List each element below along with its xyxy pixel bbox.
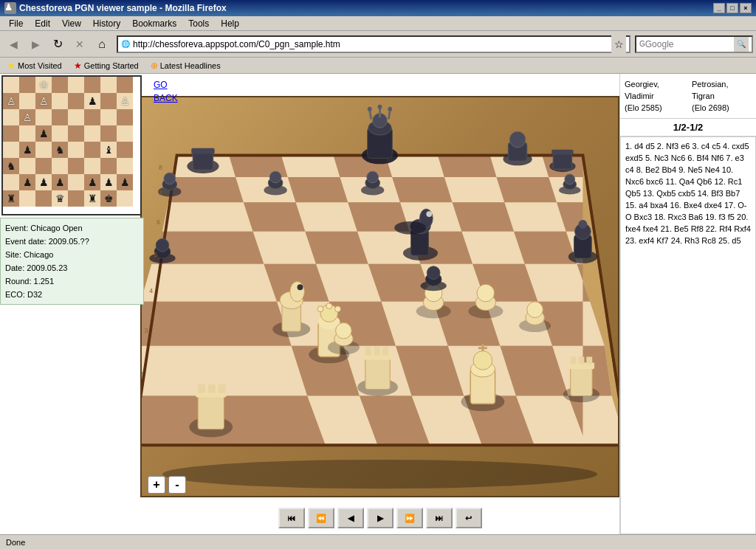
prev-button[interactable]: ◀ [337, 508, 364, 528]
go-link[interactable]: GO [154, 78, 178, 92]
svg-point-158 [156, 238, 169, 252]
mini-cell: ♚ [100, 190, 117, 207]
bookmark-latest-headlines[interactable]: ⊕ Latest Headlines [148, 59, 224, 72]
back-button[interactable]: ◀ [3, 34, 24, 55]
bookmark-star-button[interactable]: ☆ [611, 35, 626, 53]
game-info: Event: Chicago Open Event date: 2009.05.… [0, 218, 144, 305]
svg-rect-126 [208, 384, 216, 393]
mini-cell [35, 109, 52, 125]
zoom-controls: + - [148, 476, 186, 494]
menu-bookmarks[interactable]: Bookmarks [126, 17, 182, 30]
bookmark-getting-started[interactable]: ★ Getting Started [71, 59, 142, 72]
mini-board: ♔♙♙♟♙♙♟♟♞♝♞♟♟♟♟♟♟♜♛♜♚ [1, 75, 142, 215]
mini-cell: ♟ [84, 174, 100, 190]
svg-marker-18 [162, 202, 253, 231]
stop-button[interactable]: ✕ [69, 34, 90, 55]
mini-cell [100, 93, 117, 109]
svg-point-116 [335, 306, 341, 312]
back-link[interactable]: BACK [154, 92, 178, 105]
mini-cell [117, 158, 133, 174]
mini-cell [117, 190, 133, 207]
svg-point-136 [336, 322, 352, 339]
svg-line-93 [388, 111, 390, 120]
mini-cell [3, 77, 19, 93]
mini-cell [117, 109, 133, 125]
mini-cell: ♝ [100, 142, 117, 158]
svg-marker-27 [253, 232, 316, 264]
svg-marker-12 [288, 177, 348, 202]
next-button[interactable]: ▶ [367, 508, 394, 528]
svg-rect-141 [571, 367, 592, 396]
mini-cell [84, 77, 100, 93]
mini-cell: ♞ [52, 142, 68, 158]
nav-links: GO BACK [148, 75, 184, 108]
mini-cell [35, 158, 52, 174]
player1-name: Georgiev, [625, 78, 684, 90]
mini-cell [68, 142, 84, 158]
svg-point-0 [162, 460, 597, 488]
home-button[interactable]: ⌂ [92, 34, 112, 55]
moves-text: 1. d4 d5 2. Nf3 e6 3. c4 c5 4. cxd5 exd5… [625, 140, 751, 246]
reload-button[interactable]: ↻ [47, 34, 68, 55]
svg-point-97 [509, 131, 526, 148]
zoom-out-button[interactable]: - [168, 476, 186, 494]
bookmarks-bar: ★ Most Visited ★ Getting Started ⊕ Lates… [0, 58, 756, 74]
mini-cell: ♞ [3, 158, 19, 174]
chess-board-svg: 8 7 6 5 4 3 2 1 [142, 97, 618, 496]
search-go-button[interactable]: 🔍 [734, 37, 749, 52]
last-move-button[interactable]: ⏭ [426, 508, 453, 528]
first-move-button[interactable]: ⏮ [278, 508, 305, 528]
menu-help[interactable]: Help [215, 17, 245, 30]
mini-cell [68, 125, 84, 142]
mini-cell: ♟ [100, 174, 117, 190]
svg-text:3: 3 [144, 327, 148, 334]
status-text: Done [6, 538, 25, 547]
player2-title: Tigran [692, 90, 752, 102]
main-content: GO BACK ♔♙♙♟♙♙♟♟♞♝♞♟♟♟♟♟♟♜♛♜♚ Event: Chi… [0, 74, 756, 534]
address-input[interactable] [133, 39, 611, 49]
close-button[interactable]: × [740, 3, 752, 13]
svg-marker-20 [296, 202, 357, 231]
next-fast-button[interactable]: ⏩ [396, 508, 423, 528]
svg-point-139 [527, 302, 543, 318]
menu-edit[interactable]: Edit [29, 17, 56, 30]
players-info: Georgiev, Vladimir (Elo 2585) Petrosian,… [620, 74, 756, 119]
svg-point-161 [427, 266, 440, 280]
search-input[interactable] [645, 39, 734, 49]
mini-cell [100, 158, 117, 174]
svg-rect-145 [586, 356, 592, 364]
result-display: 1/2-1/2 [620, 119, 756, 137]
svg-point-121 [298, 284, 303, 290]
maximize-button[interactable]: □ [726, 3, 738, 13]
svg-point-133 [477, 284, 495, 302]
svg-rect-125 [198, 384, 205, 393]
mini-cell [68, 190, 84, 207]
date-info: Date: 2009.05.23 [5, 261, 139, 274]
back-move-button[interactable]: ↩ [456, 508, 482, 528]
menu-file[interactable]: File [3, 17, 29, 30]
menu-tools[interactable]: Tools [182, 17, 215, 30]
mini-cell: ♙ [19, 109, 35, 125]
svg-text:7: 7 [159, 190, 162, 197]
mini-cell: ♛ [52, 190, 68, 207]
svg-marker-42 [142, 302, 292, 346]
svg-point-151 [394, 221, 426, 235]
mini-cell: ♟ [19, 174, 35, 190]
mini-cell [19, 158, 35, 174]
search-engine-icon: G [639, 40, 645, 48]
mini-cell: ♟ [117, 174, 133, 190]
bookmark-red-star-icon: ★ [74, 61, 82, 71]
minimize-button[interactable]: _ [713, 3, 725, 13]
zoom-in-button[interactable]: + [148, 476, 165, 494]
status-bar: Done [0, 534, 756, 549]
prev-fast-button[interactable]: ⏪ [308, 508, 334, 528]
forward-button[interactable]: ▶ [25, 34, 46, 55]
svg-rect-68 [193, 152, 213, 170]
svg-text:2: 2 [142, 370, 143, 378]
menu-history[interactable]: History [87, 17, 126, 30]
bookmark-most-visited[interactable]: ★ Most Visited [4, 59, 65, 72]
moves-panel[interactable]: 1. d4 d5 2. Nf3 e6 3. c4 c5 4. cxd5 exd5… [620, 137, 756, 534]
menu-view[interactable]: View [56, 17, 87, 30]
mini-board-container: ♔♙♙♟♙♙♟♟♞♝♞♟♟♟♟♟♟♜♛♜♚ [0, 74, 144, 218]
svg-marker-15 [444, 177, 504, 202]
